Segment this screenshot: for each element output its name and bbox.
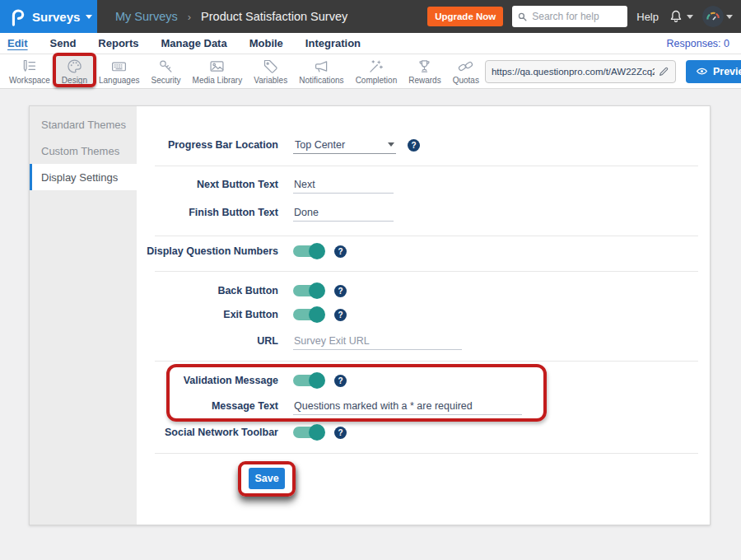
survey-url-input[interactable] <box>492 67 655 77</box>
help-icon[interactable]: ? <box>334 285 347 297</box>
search-input[interactable] <box>532 11 622 22</box>
tool-quotas[interactable]: Quotas <box>447 54 485 88</box>
help-icon[interactable]: ? <box>334 309 347 321</box>
divider <box>155 453 698 454</box>
message-text-input[interactable] <box>293 398 522 415</box>
chevron-down-icon <box>726 15 733 19</box>
nav-item-manage-data[interactable]: Manage Data <box>161 37 226 49</box>
save-area: Save <box>249 468 285 489</box>
languages-icon <box>110 58 128 75</box>
validation-message-toggle[interactable] <box>293 375 323 386</box>
survey-url-field[interactable] <box>485 60 676 83</box>
completion-icon <box>367 58 384 75</box>
progress-bar-location-select[interactable]: Top Center <box>293 137 396 154</box>
tool-security[interactable]: Security <box>145 54 186 88</box>
next-button-text-row: Next Button Text <box>137 175 710 194</box>
quotas-icon <box>457 58 474 75</box>
tool-variables[interactable]: Variables <box>248 54 293 88</box>
save-button[interactable]: Save <box>249 468 285 489</box>
sidebar-item-custom-themes[interactable]: Custom Themes <box>30 138 137 164</box>
tool-label: Completion <box>356 76 398 85</box>
survey-nav: Edit Send Reports Manage Data Mobile Int… <box>0 33 741 54</box>
responses-count[interactable]: Responses: 0 <box>667 38 729 49</box>
questionpro-logo-icon <box>8 7 26 26</box>
tool-label: Media Library <box>193 76 243 85</box>
display-settings-panel: Standard Themes Custom Themes Display Se… <box>29 105 711 525</box>
tool-languages[interactable]: Languages <box>93 54 146 88</box>
back-button-toggle[interactable] <box>293 285 323 296</box>
preview-button[interactable]: Preview <box>686 60 741 83</box>
breadcrumb: My Surveys › Product Satisfaction Survey <box>115 10 347 23</box>
nav-item-edit[interactable]: Edit <box>7 37 28 49</box>
tool-completion[interactable]: Completion <box>350 54 403 88</box>
notifications-icon <box>313 58 330 75</box>
variables-icon <box>262 58 279 75</box>
media-library-icon <box>208 58 226 75</box>
notifications-bell-button[interactable] <box>668 8 693 25</box>
exit-url-row: URL <box>137 332 710 350</box>
settings-form: Progress Bar Location Top Center ? Next … <box>137 106 710 525</box>
edit-url-pencil-icon[interactable] <box>658 66 669 77</box>
sidebar-item-standard-themes[interactable]: Standard Themes <box>30 111 137 138</box>
eye-icon <box>696 65 708 77</box>
workspace-icon <box>21 58 38 75</box>
social-network-toolbar-toggle[interactable] <box>293 427 323 438</box>
message-text-row: Message Text <box>137 397 710 415</box>
tool-label: Design <box>62 76 87 85</box>
finish-button-text-row: Finish Button Text <box>137 203 710 222</box>
help-icon[interactable]: ? <box>334 245 347 258</box>
design-toolbar: Workspace Design Languages Security Medi… <box>0 54 741 89</box>
exit-button-toggle[interactable] <box>293 309 323 320</box>
tool-label: Quotas <box>453 76 479 85</box>
divider <box>155 361 698 362</box>
product-switcher-label: Surveys <box>32 10 80 24</box>
tool-rewards[interactable]: Rewards <box>403 54 446 88</box>
design-icon <box>66 58 83 75</box>
field-label: Next Button Text <box>137 179 278 190</box>
sidebar-item-display-settings[interactable]: Display Settings <box>30 164 137 190</box>
account-menu-button[interactable] <box>702 6 733 27</box>
product-switcher[interactable]: Surveys <box>0 0 97 33</box>
tool-label: Rewards <box>408 76 440 85</box>
help-icon[interactable]: ? <box>408 139 420 152</box>
preview-label: Preview <box>713 66 741 77</box>
tool-notifications[interactable]: Notifications <box>293 54 349 88</box>
help-link[interactable]: Help <box>636 11 659 23</box>
tool-label: Notifications <box>299 76 343 85</box>
back-button-row: Back Button ? <box>137 282 710 300</box>
header-actions: Upgrade Now Help <box>427 6 741 27</box>
security-icon <box>157 58 175 75</box>
upgrade-now-button[interactable]: Upgrade Now <box>427 7 503 26</box>
nav-item-send[interactable]: Send <box>50 37 77 49</box>
display-question-numbers-toggle[interactable] <box>293 245 323 257</box>
nav-item-integration[interactable]: Integration <box>305 37 361 49</box>
field-label: Progress Bar Location <box>137 139 278 151</box>
rewards-icon <box>416 58 433 75</box>
survey-exit-url-input[interactable] <box>293 333 462 350</box>
chevron-down-icon <box>388 142 394 147</box>
tool-label: Languages <box>99 76 140 85</box>
finish-button-text-input[interactable] <box>293 204 394 222</box>
field-label: Back Button <box>137 285 278 296</box>
page-title: Product Satisfaction Survey <box>201 10 347 23</box>
chevron-down-icon <box>86 15 92 19</box>
help-icon[interactable]: ? <box>334 427 347 439</box>
top-header: Surveys My Surveys › Product Satisfactio… <box>0 0 741 33</box>
help-icon[interactable]: ? <box>334 375 347 387</box>
progress-bar-location-row: Progress Bar Location Top Center ? <box>137 136 710 154</box>
nav-item-reports[interactable]: Reports <box>98 37 138 49</box>
divider <box>155 166 698 166</box>
validation-message-row: Validation Message ? <box>137 371 710 390</box>
help-search[interactable] <box>512 6 627 27</box>
nav-item-mobile[interactable]: Mobile <box>249 37 283 49</box>
tool-media-library[interactable]: Media Library <box>187 54 249 88</box>
tool-workspace[interactable]: Workspace <box>3 54 56 88</box>
breadcrumb-parent[interactable]: My Surveys <box>115 10 178 23</box>
toolbar-right: Preview <box>485 54 741 88</box>
tool-label: Workspace <box>9 76 50 85</box>
tool-design[interactable]: Design <box>56 54 93 88</box>
field-label: Finish Button Text <box>137 207 278 218</box>
avatar <box>702 6 724 27</box>
field-label: Exit Button <box>137 309 278 320</box>
next-button-text-input[interactable] <box>293 176 394 194</box>
